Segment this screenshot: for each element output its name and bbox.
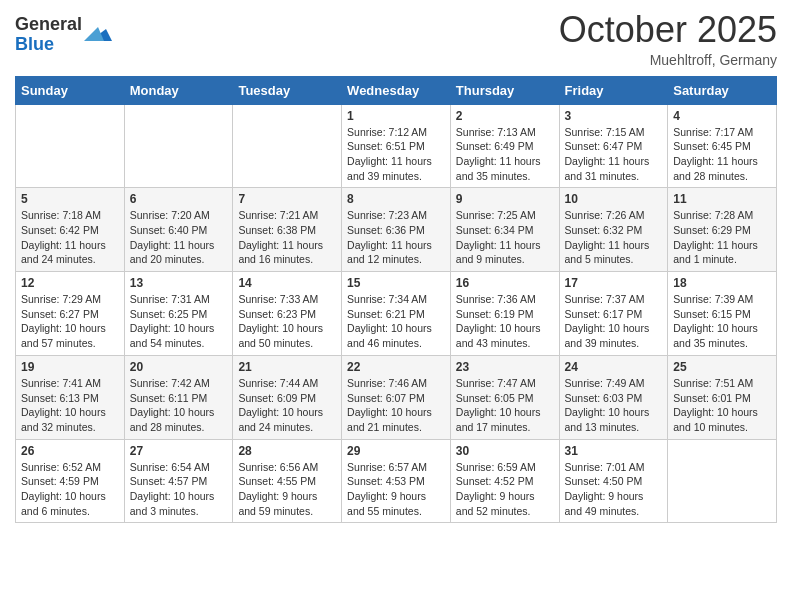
day-info-line: Sunrise: 6:52 AM bbox=[21, 461, 101, 473]
day-info-line: Sunset: 6:01 PM bbox=[673, 392, 751, 404]
day-number: 22 bbox=[347, 360, 445, 374]
day-info-line: Sunrise: 6:56 AM bbox=[238, 461, 318, 473]
day-info-line: Daylight: 11 hours and 20 minutes. bbox=[130, 239, 215, 266]
logo-icon bbox=[84, 19, 112, 47]
day-number: 8 bbox=[347, 192, 445, 206]
day-info-line: Daylight: 10 hours and 54 minutes. bbox=[130, 322, 215, 349]
calendar-week-row: 26Sunrise: 6:52 AMSunset: 4:59 PMDayligh… bbox=[16, 439, 777, 523]
day-info-line: Sunrise: 7:44 AM bbox=[238, 377, 318, 389]
day-number: 27 bbox=[130, 444, 228, 458]
day-info: Sunrise: 7:34 AMSunset: 6:21 PMDaylight:… bbox=[347, 292, 445, 351]
day-info-line: Sunset: 6:36 PM bbox=[347, 224, 425, 236]
calendar-cell: 4Sunrise: 7:17 AMSunset: 6:45 PMDaylight… bbox=[668, 104, 777, 188]
day-info-line: Sunrise: 7:20 AM bbox=[130, 209, 210, 221]
day-info-line: Sunrise: 6:57 AM bbox=[347, 461, 427, 473]
calendar-week-row: 5Sunrise: 7:18 AMSunset: 6:42 PMDaylight… bbox=[16, 188, 777, 272]
day-info-line: Sunrise: 7:18 AM bbox=[21, 209, 101, 221]
day-number: 7 bbox=[238, 192, 336, 206]
day-info-line: Sunset: 6:25 PM bbox=[130, 308, 208, 320]
day-info: Sunrise: 7:31 AMSunset: 6:25 PMDaylight:… bbox=[130, 292, 228, 351]
day-info: Sunrise: 7:17 AMSunset: 6:45 PMDaylight:… bbox=[673, 125, 771, 184]
day-number: 9 bbox=[456, 192, 554, 206]
day-info-line: Daylight: 10 hours and 21 minutes. bbox=[347, 406, 432, 433]
day-info-line: Sunset: 6:32 PM bbox=[565, 224, 643, 236]
day-number: 13 bbox=[130, 276, 228, 290]
day-info: Sunrise: 7:28 AMSunset: 6:29 PMDaylight:… bbox=[673, 208, 771, 267]
day-info: Sunrise: 6:56 AMSunset: 4:55 PMDaylight:… bbox=[238, 460, 336, 519]
logo-general-text: General bbox=[15, 14, 82, 34]
day-info-line: Sunset: 6:47 PM bbox=[565, 140, 643, 152]
day-info-line: Sunset: 4:57 PM bbox=[130, 475, 208, 487]
logo: General Blue bbox=[15, 15, 112, 55]
day-info-line: Sunrise: 7:21 AM bbox=[238, 209, 318, 221]
calendar-cell: 10Sunrise: 7:26 AMSunset: 6:32 PMDayligh… bbox=[559, 188, 668, 272]
day-info: Sunrise: 7:26 AMSunset: 6:32 PMDaylight:… bbox=[565, 208, 663, 267]
day-info-line: Sunrise: 7:13 AM bbox=[456, 126, 536, 138]
day-number: 10 bbox=[565, 192, 663, 206]
calendar-cell: 24Sunrise: 7:49 AMSunset: 6:03 PMDayligh… bbox=[559, 355, 668, 439]
location-label: Muehltroff, Germany bbox=[559, 52, 777, 68]
calendar-cell: 8Sunrise: 7:23 AMSunset: 6:36 PMDaylight… bbox=[342, 188, 451, 272]
day-number: 31 bbox=[565, 444, 663, 458]
day-info-line: Daylight: 10 hours and 6 minutes. bbox=[21, 490, 106, 517]
day-info-line: Daylight: 10 hours and 13 minutes. bbox=[565, 406, 650, 433]
calendar-cell: 11Sunrise: 7:28 AMSunset: 6:29 PMDayligh… bbox=[668, 188, 777, 272]
day-info-line: Sunset: 4:50 PM bbox=[565, 475, 643, 487]
day-info: Sunrise: 7:18 AMSunset: 6:42 PMDaylight:… bbox=[21, 208, 119, 267]
day-info-line: Sunset: 6:19 PM bbox=[456, 308, 534, 320]
svg-marker-1 bbox=[84, 27, 104, 41]
weekday-header-saturday: Saturday bbox=[668, 76, 777, 104]
day-info-line: Daylight: 10 hours and 32 minutes. bbox=[21, 406, 106, 433]
calendar-cell: 20Sunrise: 7:42 AMSunset: 6:11 PMDayligh… bbox=[124, 355, 233, 439]
day-number: 5 bbox=[21, 192, 119, 206]
day-info-line: Sunset: 6:29 PM bbox=[673, 224, 751, 236]
page-header: General Blue October 2025 Muehltroff, Ge… bbox=[15, 10, 777, 68]
day-info: Sunrise: 7:20 AMSunset: 6:40 PMDaylight:… bbox=[130, 208, 228, 267]
calendar-cell bbox=[233, 104, 342, 188]
day-info-line: Sunrise: 7:17 AM bbox=[673, 126, 753, 138]
day-info-line: Sunset: 6:17 PM bbox=[565, 308, 643, 320]
day-info-line: Daylight: 11 hours and 28 minutes. bbox=[673, 155, 758, 182]
calendar-cell: 17Sunrise: 7:37 AMSunset: 6:17 PMDayligh… bbox=[559, 272, 668, 356]
calendar-cell: 19Sunrise: 7:41 AMSunset: 6:13 PMDayligh… bbox=[16, 355, 125, 439]
calendar-cell bbox=[124, 104, 233, 188]
day-info-line: Sunset: 4:52 PM bbox=[456, 475, 534, 487]
day-info-line: Daylight: 9 hours and 52 minutes. bbox=[456, 490, 535, 517]
day-info-line: Daylight: 11 hours and 1 minute. bbox=[673, 239, 758, 266]
day-info-line: Sunset: 6:07 PM bbox=[347, 392, 425, 404]
day-number: 28 bbox=[238, 444, 336, 458]
day-number: 17 bbox=[565, 276, 663, 290]
weekday-header-wednesday: Wednesday bbox=[342, 76, 451, 104]
day-info-line: Sunset: 6:27 PM bbox=[21, 308, 99, 320]
day-number: 29 bbox=[347, 444, 445, 458]
day-info: Sunrise: 7:23 AMSunset: 6:36 PMDaylight:… bbox=[347, 208, 445, 267]
day-info: Sunrise: 7:12 AMSunset: 6:51 PMDaylight:… bbox=[347, 125, 445, 184]
day-info: Sunrise: 7:39 AMSunset: 6:15 PMDaylight:… bbox=[673, 292, 771, 351]
day-info-line: Sunset: 6:03 PM bbox=[565, 392, 643, 404]
day-number: 30 bbox=[456, 444, 554, 458]
day-info-line: Daylight: 10 hours and 35 minutes. bbox=[673, 322, 758, 349]
day-info: Sunrise: 7:13 AMSunset: 6:49 PMDaylight:… bbox=[456, 125, 554, 184]
day-info: Sunrise: 7:29 AMSunset: 6:27 PMDaylight:… bbox=[21, 292, 119, 351]
day-info-line: Daylight: 10 hours and 17 minutes. bbox=[456, 406, 541, 433]
day-info-line: Sunset: 6:45 PM bbox=[673, 140, 751, 152]
day-info: Sunrise: 6:52 AMSunset: 4:59 PMDaylight:… bbox=[21, 460, 119, 519]
day-info-line: Sunrise: 7:47 AM bbox=[456, 377, 536, 389]
day-info-line: Sunrise: 7:26 AM bbox=[565, 209, 645, 221]
day-info-line: Daylight: 11 hours and 16 minutes. bbox=[238, 239, 323, 266]
calendar-cell: 1Sunrise: 7:12 AMSunset: 6:51 PMDaylight… bbox=[342, 104, 451, 188]
calendar-week-row: 12Sunrise: 7:29 AMSunset: 6:27 PMDayligh… bbox=[16, 272, 777, 356]
calendar-cell: 16Sunrise: 7:36 AMSunset: 6:19 PMDayligh… bbox=[450, 272, 559, 356]
day-info-line: Sunset: 6:15 PM bbox=[673, 308, 751, 320]
calendar-cell: 13Sunrise: 7:31 AMSunset: 6:25 PMDayligh… bbox=[124, 272, 233, 356]
logo-blue-text: Blue bbox=[15, 34, 54, 54]
day-info: Sunrise: 7:01 AMSunset: 4:50 PMDaylight:… bbox=[565, 460, 663, 519]
calendar-cell: 9Sunrise: 7:25 AMSunset: 6:34 PMDaylight… bbox=[450, 188, 559, 272]
day-info-line: Sunrise: 7:25 AM bbox=[456, 209, 536, 221]
day-info-line: Sunrise: 7:29 AM bbox=[21, 293, 101, 305]
title-block: October 2025 Muehltroff, Germany bbox=[559, 10, 777, 68]
calendar-cell: 31Sunrise: 7:01 AMSunset: 4:50 PMDayligh… bbox=[559, 439, 668, 523]
day-info-line: Sunrise: 7:51 AM bbox=[673, 377, 753, 389]
weekday-header-monday: Monday bbox=[124, 76, 233, 104]
day-info: Sunrise: 7:49 AMSunset: 6:03 PMDaylight:… bbox=[565, 376, 663, 435]
